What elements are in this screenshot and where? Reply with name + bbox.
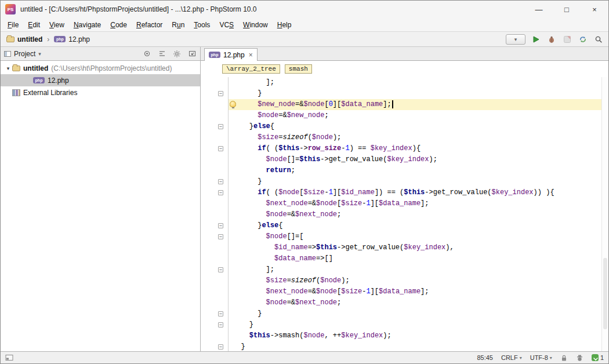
fold-marker-icon[interactable]: − [218, 322, 223, 327]
intention-bulb-icon[interactable] [230, 101, 236, 107]
code-line[interactable]: if( ($node[$size-1][$id_name]) == ($this… [229, 187, 601, 198]
error-stripe[interactable] [601, 77, 608, 351]
fold-marker-icon[interactable]: − [218, 344, 223, 350]
menu-item-edit[interactable]: Edit [23, 19, 45, 31]
code-line[interactable]: if( ($this->row_size-1) == $key_index){ [229, 143, 601, 154]
collapse-all-button[interactable] [156, 49, 168, 59]
fold-marker-icon[interactable]: − [218, 146, 223, 151]
code-token: 1 [366, 287, 370, 296]
hide-panel-button[interactable] [186, 49, 198, 59]
update-project-button[interactable] [578, 34, 588, 45]
code-line[interactable]: ]; [229, 264, 601, 275]
menu-item-run[interactable]: Run [167, 19, 189, 31]
code-token: $this [316, 243, 337, 252]
code-line[interactable]: }else{ [229, 220, 601, 231]
code-line[interactable]: $node=&$next_node; [229, 209, 601, 220]
code-line[interactable]: $node=&$new_node; [229, 110, 601, 121]
search-everywhere-button[interactable] [593, 34, 604, 45]
menu-item-window[interactable]: Window [238, 19, 273, 31]
fold-marker-icon[interactable]: − [218, 91, 223, 96]
code-line[interactable]: $node[]=$this->get_row_value($key_index)… [229, 154, 601, 165]
code-line[interactable]: $this->smash($node, ++$key_index); [229, 330, 601, 341]
code-line[interactable]: $size=sizeof($node); [229, 132, 601, 143]
run-configuration-select[interactable]: ▾ [506, 34, 525, 45]
encoding-indicator[interactable]: UTF-8 ▾ [530, 354, 552, 361]
toolwindow-toggle-icon[interactable] [5, 354, 13, 362]
fold-marker-icon[interactable]: − [218, 190, 223, 195]
fold-marker-icon[interactable]: − [218, 267, 223, 272]
code-line[interactable]: ]; [229, 77, 601, 88]
menu-item-code[interactable]: Code [106, 19, 132, 31]
menu-item-tools[interactable]: Tools [189, 19, 215, 31]
code-token: $this [249, 332, 270, 340]
menu-item-view[interactable]: View [45, 19, 69, 31]
code-line[interactable]: } [229, 176, 601, 187]
coverage-button[interactable] [562, 34, 572, 45]
notification-indicator[interactable]: 1 [592, 354, 604, 361]
chevron-down-icon[interactable]: ▾ [4, 65, 12, 71]
tree-item-external-libraries[interactable]: External Libraries [1, 86, 200, 99]
project-panel-title[interactable]: Project [14, 50, 35, 58]
code-line[interactable]: return; [229, 165, 601, 176]
scroll-from-source-button[interactable] [141, 49, 153, 59]
tree-item-untitled[interactable]: ▾untitled(C:\Users\ht\PhpstormProjects\u… [1, 62, 200, 74]
fold-marker-icon[interactable]: − [218, 234, 223, 239]
code-line[interactable]: } [229, 341, 601, 351]
code-line[interactable]: $size=sizeof($node); [229, 275, 601, 286]
maximize-button[interactable]: □ [553, 1, 581, 18]
code-line[interactable]: $id_name=>$this->get_row_value($key_inde… [229, 242, 601, 253]
gutter-row [201, 198, 228, 209]
line-separator-indicator[interactable]: CRLF ▾ [501, 354, 522, 361]
code-token: ]; [233, 78, 274, 86]
project-view-dropdown-icon[interactable]: ▾ [38, 51, 41, 57]
code-token: } [233, 310, 262, 318]
code-token: $key_index [387, 155, 429, 163]
code-token: } [233, 177, 262, 185]
menu-item-vcs[interactable]: VCS [215, 19, 238, 31]
code-line[interactable]: $node[]=[ [229, 231, 601, 242]
code-token: $node [316, 199, 337, 208]
menu-item-file[interactable]: File [3, 19, 23, 31]
settings-gear-icon[interactable] [171, 49, 183, 59]
close-button[interactable]: × [581, 1, 608, 18]
fold-marker-icon[interactable]: − [218, 124, 223, 129]
minimize-button[interactable]: — [525, 1, 553, 18]
breadcrumb-item-12-php[interactable]: php12.php [53, 35, 91, 43]
close-tab-icon[interactable]: × [249, 51, 253, 59]
gutter-row [201, 132, 228, 143]
code-area[interactable]: ]; } $new_node=&$node[0][$data_name]; $n… [229, 77, 601, 351]
gutter-row: − [201, 176, 228, 187]
fold-marker-icon[interactable]: − [218, 179, 223, 184]
code-line[interactable]: } [229, 88, 601, 99]
scrollbar-thumb[interactable] [603, 258, 607, 329]
breadcrumb-item-untitled[interactable]: untitled [5, 35, 44, 43]
tab-12-php[interactable]: php 12.php × [204, 48, 258, 61]
menu-item-refactor[interactable]: Refactor [132, 19, 167, 31]
breadcrumb-chip[interactable]: \array_2_tree [222, 64, 280, 74]
code-line[interactable]: } [229, 308, 601, 319]
fold-marker-icon[interactable]: − [218, 223, 223, 228]
code-token: -> [299, 144, 307, 152]
gutter-row [201, 275, 228, 286]
run-button[interactable] [531, 34, 541, 45]
code-line[interactable]: $next_node=&$node[$size-1][$data_name]; [229, 286, 601, 297]
menu-item-help[interactable]: Help [273, 19, 296, 31]
menu-item-navigate[interactable]: Navigate [69, 19, 106, 31]
code-line[interactable]: $data_name=>[] [229, 253, 601, 264]
caret-position[interactable]: 85:45 [477, 354, 493, 361]
code-token: } [233, 343, 245, 351]
breadcrumb-chip[interactable]: smash [285, 64, 312, 74]
lock-icon[interactable] [560, 354, 568, 362]
code-line[interactable]: $node=&$next_node; [229, 297, 601, 308]
inspection-profile-icon[interactable] [576, 354, 583, 362]
code-line[interactable]: }else{ [229, 121, 601, 132]
debug-button[interactable] [546, 34, 557, 45]
code-line[interactable]: $new_node=&$node[0][$data_name]; [229, 99, 601, 110]
notification-icon [592, 354, 599, 361]
fold-marker-icon[interactable]: − [218, 311, 223, 316]
tree-item-12-php[interactable]: php12.php [1, 74, 200, 86]
code-token [233, 155, 266, 163]
code-line[interactable]: $next_node=&$node[$size-1][$data_name]; [229, 198, 601, 209]
code-line[interactable]: } [229, 319, 601, 330]
code-token: ; [337, 210, 341, 219]
